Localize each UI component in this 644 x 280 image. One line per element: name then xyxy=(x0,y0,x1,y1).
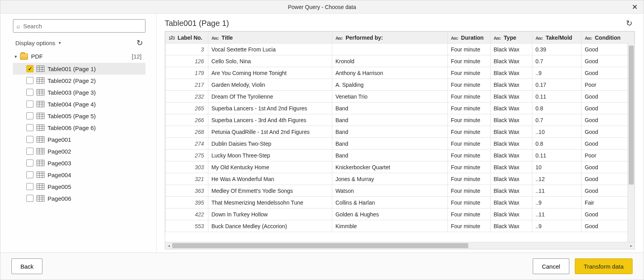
refresh-icon[interactable]: ↻ xyxy=(136,38,143,48)
table-row[interactable]: 395That Mesmerizing Mendelssohn TuneColl… xyxy=(166,197,635,209)
cell-duration[interactable]: Four minute xyxy=(447,197,490,209)
cell-condition[interactable]: Good xyxy=(581,185,635,197)
cell-type[interactable]: Black Wax xyxy=(490,91,532,102)
cell-type[interactable]: Black Wax xyxy=(490,55,532,67)
cell-takemold[interactable]: ..11 xyxy=(532,209,581,220)
cell-title[interactable]: Down In Turkey Hollow xyxy=(208,209,332,220)
cell-labelno[interactable]: 321 xyxy=(166,173,208,185)
checkbox[interactable] xyxy=(26,148,33,155)
tree-item-page003[interactable]: Page003 xyxy=(13,157,145,169)
cell-type[interactable]: Black Wax xyxy=(490,44,532,55)
table-row[interactable]: 266Superba Lancers - 3rd And 4th Figures… xyxy=(166,114,635,126)
search-input[interactable] xyxy=(22,22,142,30)
cell-duration[interactable]: Four minute xyxy=(447,114,490,126)
cell-condition[interactable]: Good xyxy=(581,102,635,114)
cell-duration[interactable]: Four minute xyxy=(447,138,490,150)
cell-title[interactable]: Petunia QuadRille - 1st And 2nd Figures xyxy=(208,126,332,138)
scrollbar-thumb[interactable] xyxy=(629,46,634,185)
cell-title[interactable]: He Was A Wonderful Man xyxy=(208,173,332,185)
cell-labelno[interactable]: 265 xyxy=(166,102,208,114)
checkbox[interactable] xyxy=(26,89,33,96)
cell-condition[interactable]: Good xyxy=(581,114,635,126)
checkbox[interactable] xyxy=(26,112,33,119)
checkbox[interactable] xyxy=(26,159,33,167)
cell-title[interactable]: Lucky Moon Three-Step xyxy=(208,150,332,161)
cell-title[interactable]: Garden Melody, Violin xyxy=(208,79,332,91)
cell-labelno[interactable]: 363 xyxy=(166,185,208,197)
cell-takemold[interactable]: 0.11 xyxy=(532,91,581,102)
table-row[interactable]: 179Are You Coming Home TonightAnthony & … xyxy=(166,67,635,79)
cell-condition[interactable]: Good xyxy=(581,67,635,79)
cell-performedby[interactable]: Jones & Murray xyxy=(332,173,448,185)
table-row[interactable]: 363Medley Of Emmett's Yodle SongsWatsonF… xyxy=(166,185,635,197)
table-row[interactable]: 321He Was A Wonderful ManJones & MurrayF… xyxy=(166,173,635,185)
cell-type[interactable]: Black Wax xyxy=(490,67,532,79)
cell-type[interactable]: Black Wax xyxy=(490,114,532,126)
checkbox[interactable] xyxy=(26,195,33,202)
cell-condition[interactable]: Good xyxy=(581,126,635,138)
cell-condition[interactable]: Good xyxy=(581,138,635,150)
table-row[interactable]: 303My Old Kentucky HomeKnickerbocker Qua… xyxy=(166,161,635,173)
cell-type[interactable]: Black Wax xyxy=(490,79,532,91)
cell-takemold[interactable]: ..11 xyxy=(532,185,581,197)
cell-performedby[interactable]: Band xyxy=(332,102,448,114)
table-row[interactable]: 274Dublin Daisies Two-StepBandFour minut… xyxy=(166,138,635,150)
cell-duration[interactable]: Four minute xyxy=(447,150,490,161)
tree-item-page006[interactable]: Page006 xyxy=(13,192,145,204)
cell-duration[interactable]: Four minute xyxy=(447,102,490,114)
cell-type[interactable]: Black Wax xyxy=(490,102,532,114)
cell-takemold[interactable]: ..12 xyxy=(532,173,581,185)
table-row[interactable]: 265Superba Lancers - 1st And 2nd Figures… xyxy=(166,102,635,114)
cell-title[interactable]: Buck Dance Medley (Accorion) xyxy=(208,220,332,232)
checkbox[interactable] xyxy=(26,77,33,84)
cell-performedby[interactable]: Kronold xyxy=(332,55,448,67)
cell-performedby[interactable]: Band xyxy=(332,114,448,126)
cell-takemold[interactable]: ..9 xyxy=(532,67,581,79)
cell-labelno[interactable]: 232 xyxy=(166,91,208,102)
column-header-label-no-[interactable]: 123 Label No. xyxy=(166,32,208,44)
table-row[interactable]: 232Dream Of The TyrolienneVenetian TrioF… xyxy=(166,91,635,102)
cell-duration[interactable]: Four minute xyxy=(447,91,490,102)
cell-condition[interactable]: Good xyxy=(581,173,635,185)
cell-duration[interactable]: Four minute xyxy=(447,67,490,79)
cell-type[interactable]: Black Wax xyxy=(490,209,532,220)
cell-condition[interactable]: Good xyxy=(581,55,635,67)
cell-duration[interactable]: Four minute xyxy=(447,220,490,232)
column-header-performed-by-[interactable]: ABC Performed by: xyxy=(332,32,448,44)
cell-performedby[interactable]: Band xyxy=(332,138,448,150)
checkbox[interactable] xyxy=(26,171,33,178)
cell-takemold[interactable]: 0.11 xyxy=(532,150,581,161)
collapse-icon[interactable]: ▾ xyxy=(15,54,17,59)
cell-labelno[interactable]: 126 xyxy=(166,55,208,67)
cell-performedby[interactable]: Band xyxy=(332,126,448,138)
tree-item-page002[interactable]: Page002 xyxy=(13,145,145,157)
cell-labelno[interactable]: 274 xyxy=(166,138,208,150)
cell-type[interactable]: Black Wax xyxy=(490,126,532,138)
vertical-scrollbar[interactable] xyxy=(627,43,635,242)
cell-labelno[interactable]: 303 xyxy=(166,161,208,173)
preview-refresh-icon[interactable]: ↻ xyxy=(626,18,633,28)
transform-data-button[interactable]: Transform data xyxy=(575,258,633,274)
cell-type[interactable]: Black Wax xyxy=(490,138,532,150)
cell-labelno[interactable]: 395 xyxy=(166,197,208,209)
column-header-take-mold[interactable]: ABC Take/Mold xyxy=(532,32,581,44)
cell-performedby[interactable]: Kimmble xyxy=(332,220,448,232)
cell-title[interactable]: Are You Coming Home Tonight xyxy=(208,67,332,79)
cell-performedby[interactable]: Knickerbocker Quartet xyxy=(332,161,448,173)
tree-item-table005-page-5-[interactable]: Table005 (Page 5) xyxy=(13,110,145,122)
tree-item-table004-page-4-[interactable]: Table004 (Page 4) xyxy=(13,98,145,110)
cell-takemold[interactable]: ..10 xyxy=(532,126,581,138)
cell-condition[interactable]: Good xyxy=(581,44,635,55)
scrollbar-thumb[interactable] xyxy=(172,243,468,248)
cell-title[interactable]: Vocal Sextette From Lucia xyxy=(208,44,332,55)
horizontal-scrollbar[interactable]: ◂ ▸ xyxy=(165,242,635,249)
column-header-title[interactable]: ABC Title xyxy=(208,32,332,44)
cell-duration[interactable]: Four minute xyxy=(447,55,490,67)
checkbox[interactable] xyxy=(26,136,33,143)
column-header-duration[interactable]: ABC Duration xyxy=(447,32,490,44)
column-header-type[interactable]: ABC Type xyxy=(490,32,532,44)
table-row[interactable]: 3Vocal Sextette From LuciaFour minuteBla… xyxy=(166,44,635,55)
cell-performedby[interactable]: Watson xyxy=(332,185,448,197)
cell-performedby[interactable]: Golden & Hughes xyxy=(332,209,448,220)
cell-duration[interactable]: Four minute xyxy=(447,161,490,173)
